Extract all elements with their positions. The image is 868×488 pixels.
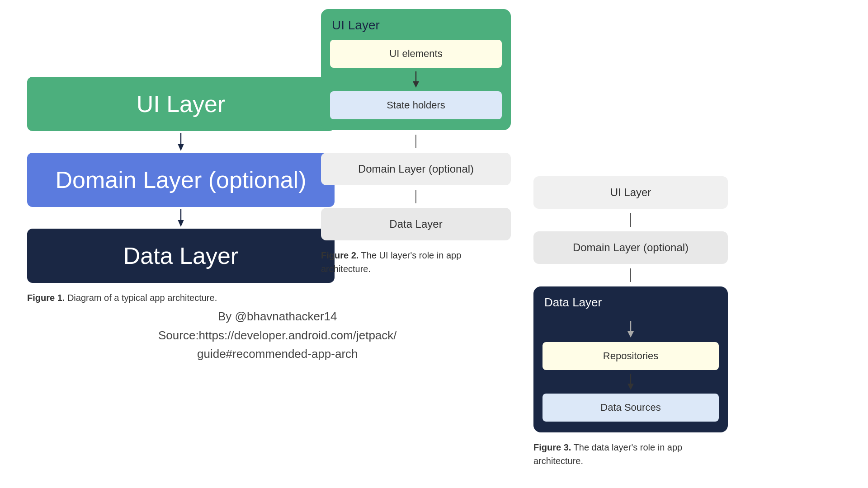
fig2-ui-elements-box: UI elements <box>330 40 502 68</box>
fig3-caption: Figure 3. The data layer's role in app a… <box>533 441 728 468</box>
svg-marker-3 <box>178 220 184 227</box>
fig2-data-layer-text: Data Layer <box>389 218 442 230</box>
fig3-data-sources-text: Data Sources <box>600 402 660 413</box>
fig2-inner-arrow <box>330 68 502 91</box>
fig3-data-outer-box: Data Layer Repositories Data Sources <box>533 286 728 432</box>
fig2-ui-outer-box: UI Layer UI elements State holders <box>321 9 511 130</box>
fig1-caption-bold: Figure 1. <box>27 293 65 303</box>
fig1-arrow2 <box>27 209 335 227</box>
fig1-domain-layer-text: Domain Layer (optional) <box>56 167 307 193</box>
fig3-caption-bold: Figure 3. <box>533 442 571 452</box>
fig2-caption: Figure 2. The UI layer's role in app arc… <box>321 249 511 276</box>
fig3-entry-arrow <box>542 317 719 342</box>
fig2-state-holders-text: State holders <box>387 99 445 111</box>
fig2-caption-bold: Figure 2. <box>321 250 359 260</box>
footer-line3: guide#recommended-app-arch <box>158 345 397 364</box>
fig1-ui-layer-box: UI Layer <box>27 77 335 131</box>
fig3-data-title-text: Data Layer <box>542 296 719 310</box>
fig2-data-layer-box: Data Layer <box>321 208 511 240</box>
fig3-gap-arrow1 <box>533 209 728 231</box>
fig3-repositories-box: Repositories <box>542 342 719 370</box>
figure3-section: UI Layer Domain Layer (optional) Data La… <box>533 176 728 468</box>
fig3-domain-layer-text: Domain Layer (optional) <box>573 241 689 253</box>
fig2-domain-layer-text: Domain Layer (optional) <box>358 163 474 175</box>
fig3-ui-layer-text: UI Layer <box>610 186 651 198</box>
footer-line1: By @bhavnathacker14 <box>158 307 397 326</box>
figure1-section: UI Layer Domain Layer (optional) Data La… <box>27 77 335 305</box>
fig2-gap-arrow1 <box>321 130 511 153</box>
fig3-gap-arrow2 <box>533 264 728 286</box>
fig1-caption-text: Diagram of a typical app architecture. <box>65 293 217 303</box>
fig3-inner-arrow <box>542 370 719 394</box>
svg-marker-11 <box>627 331 634 338</box>
fig1-data-layer-box: Data Layer <box>27 229 335 283</box>
fig1-caption: Figure 1. Diagram of a typical app archi… <box>27 291 335 305</box>
fig2-gap-arrow2 <box>321 185 511 208</box>
svg-marker-1 <box>178 144 184 151</box>
fig1-arrow1 <box>27 133 335 151</box>
fig2-state-holders-box: State holders <box>330 91 502 119</box>
svg-marker-13 <box>627 384 634 390</box>
footer-line2: Source:https://developer.android.com/jet… <box>158 326 397 345</box>
fig3-data-sources-box: Data Sources <box>542 394 719 422</box>
fig2-ui-title: UI Layer <box>330 18 502 33</box>
fig3-repositories-text: Repositories <box>603 350 658 361</box>
fig1-domain-layer-box: Domain Layer (optional) <box>27 153 335 207</box>
fig2-ui-elements-text: UI elements <box>389 48 442 59</box>
page: UI Layer Domain Layer (optional) Data La… <box>0 0 868 488</box>
svg-marker-5 <box>413 81 419 88</box>
fig3-domain-layer-box: Domain Layer (optional) <box>533 231 728 264</box>
fig1-ui-layer-text: UI Layer <box>137 91 226 117</box>
fig1-data-layer-text: Data Layer <box>123 243 238 269</box>
fig2-domain-layer-box: Domain Layer (optional) <box>321 153 511 185</box>
footer-text: By @bhavnathacker14 Source:https://devel… <box>158 307 397 364</box>
fig3-ui-layer-box: UI Layer <box>533 176 728 209</box>
figure2-section: UI Layer UI elements State holders Domai… <box>321 9 511 276</box>
